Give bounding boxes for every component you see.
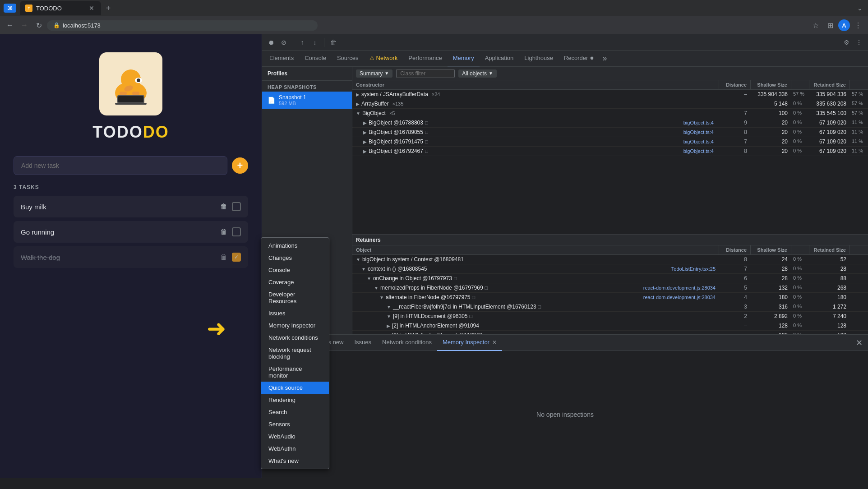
active-tab[interactable]: T TODODO ✕ [20, 1, 101, 15]
bookmark-icon[interactable]: ☆ [809, 19, 822, 32]
dropdown-item-network-request-blocking[interactable]: Network request blocking [261, 344, 329, 363]
tab-elements[interactable]: Elements [264, 51, 299, 67]
clear-icon[interactable]: ⊘ [278, 37, 289, 48]
snapshot-file-icon: 📄 [268, 97, 275, 104]
tab-performance[interactable]: Performance [403, 51, 447, 67]
distance-cell: – [719, 99, 751, 108]
forward-button[interactable]: → [18, 19, 31, 32]
link-alternate[interactable]: react-dom.development.js:28034 [643, 295, 716, 300]
retainer-row[interactable]: ▼bigObject in system / Context @16809481… [352, 255, 868, 264]
retainer-row[interactable]: ▼memoizedProps in FiberNode @16797969□re… [352, 283, 868, 293]
settings-icon[interactable]: ⚙ [841, 37, 852, 48]
dropdown-item-webaudio[interactable]: WebAudio [261, 430, 329, 443]
reload-button[interactable]: ↻ [32, 19, 45, 32]
checkbox-gorunning[interactable] [232, 227, 241, 236]
tab-close-icon[interactable]: ✕ [88, 4, 96, 12]
objects-dropdown[interactable]: All objects ▼ [458, 69, 497, 78]
link-bigobject4[interactable]: bigObject.ts:4 [683, 148, 714, 154]
record-icon[interactable]: ⏺ [266, 37, 277, 48]
download-icon[interactable]: ↓ [309, 37, 320, 48]
new-tab-button[interactable]: + [103, 3, 114, 14]
dropdown-item-performance-monitor[interactable]: Performance monitor [261, 363, 329, 382]
dropdown-item-issues[interactable]: Issues [261, 307, 329, 319]
tab-right-minimize[interactable]: ⌄ [855, 5, 864, 12]
title-todo: TODO [92, 123, 143, 141]
checkbox-walkdog[interactable]: ✓ [232, 253, 241, 262]
dropdown-item-rendering[interactable]: Rendering [261, 394, 329, 406]
retained-cell: 335 545 100 [809, 109, 850, 118]
upload-icon[interactable]: ↑ [297, 37, 308, 48]
memory-inspector-tab-label: Memory Inspector [443, 339, 489, 346]
dropdown-item-coverage[interactable]: Coverage [261, 276, 329, 288]
tab-recorder[interactable]: Recorder ⏺ [559, 51, 600, 67]
constructor-cell: ▶BigObject @16789055 □bigObject.ts:4 [352, 128, 719, 137]
dropdown-item-developer-resources[interactable]: Developer Resources [261, 288, 329, 307]
dropdown-item-search[interactable]: Search [261, 406, 329, 418]
dropdown-item-sensors[interactable]: Sensors [261, 418, 329, 430]
retainer-row[interactable]: ▶[2] in HTMLAnchorElement @91094 – 128 0… [352, 321, 868, 331]
back-button[interactable]: ← [4, 19, 16, 32]
retainer-row[interactable]: ▶[2] in HTMLAnchorElement @112242 – 128 … [352, 331, 868, 334]
link-context[interactable]: TodoListEntry.tsx:25 [671, 266, 716, 272]
table-row[interactable]: ▶BigObject @16792467 □bigObject.ts:4 8 2… [352, 147, 868, 156]
add-task-button[interactable]: + [232, 157, 248, 174]
table-row[interactable]: ▶BigObject @16791475 □bigObject.ts:4 7 2… [352, 137, 868, 147]
extensions-icon[interactable]: ⊞ [824, 19, 836, 32]
dropdown-item-memory-inspector[interactable]: Memory Inspector [261, 319, 329, 332]
dropdown-item-console[interactable]: Console [261, 264, 329, 276]
retainer-row[interactable]: ▼onChange in Object @16797973□ 6 28 0 % … [352, 274, 868, 283]
retainer-row[interactable]: ▼context in () @16808545TodoListEntry.ts… [352, 264, 868, 274]
close-memory-inspector-icon[interactable]: ✕ [492, 339, 497, 346]
dropdown-item-changes[interactable]: Changes [261, 252, 329, 264]
dropdown-item-webauthn[interactable]: WebAuthn [261, 443, 329, 455]
bottom-tab-network-conditions[interactable]: Network conditions [377, 335, 437, 351]
constructor-cell: ▶BigObject @16791475 □bigObject.ts:4 [352, 137, 719, 146]
link-bigobject2[interactable]: bigObject.ts:4 [683, 129, 714, 135]
arrow-icon: ➜ [207, 317, 226, 340]
retainer-row[interactable]: ▼alternate in FiberNode @16797975□react-… [352, 293, 868, 302]
more-tabs-icon[interactable]: » [600, 54, 609, 63]
task-item-gorunning: Go running 🗑 [14, 221, 248, 243]
dt-more-icon[interactable]: ⋮ [854, 37, 864, 48]
snapshot1-item[interactable]: 📄 Snapshot 1 592 MB [262, 92, 352, 109]
tab-sources[interactable]: Sources [332, 51, 364, 67]
table-row[interactable]: ▶BigObject @16789055 □bigObject.ts:4 8 2… [352, 128, 868, 137]
summary-dropdown[interactable]: Summary ▼ [356, 69, 392, 78]
bottom-tabs-bar: ⋮ Console What's new Issues Network cond… [262, 335, 868, 351]
task-item-walkdog: Walk the dog 🗑 ✓ [14, 246, 248, 268]
summary-bar: Summary ▼ All objects ▼ [352, 67, 868, 80]
delete-walkdog-icon[interactable]: 🗑 [220, 253, 227, 261]
table-row[interactable]: ▼BigObject×5 7 100 0 % 335 545 100 57 % [352, 109, 868, 118]
delete-buymilk-icon[interactable]: 🗑 [220, 203, 227, 211]
dropdown-item-quick-source[interactable]: Quick source [261, 382, 329, 394]
link-bigobject1[interactable]: bigObject.ts:4 [683, 120, 714, 125]
bottom-tab-memory-inspector[interactable]: Memory Inspector ✕ [437, 335, 502, 351]
tab-network[interactable]: ⚠Network [364, 51, 403, 67]
dropdown-item-whats-new[interactable]: What's new [261, 455, 329, 467]
browser-menu-icon[interactable]: ⋮ [852, 19, 864, 32]
col-retained-pct [850, 80, 868, 89]
delete-icon[interactable]: 🗑 [328, 37, 339, 48]
link-memoized[interactable]: react-dom.development.js:28034 [643, 285, 716, 291]
checkbox-buymilk[interactable] [232, 202, 241, 211]
retainer-row[interactable]: ▼__reactFiber$wjfolh9j7ci in HTMLInputEl… [352, 302, 868, 312]
table-row[interactable]: ▶ArrayBuffer×135 – 5 148 0 % 335 630 208… [352, 99, 868, 109]
table-row[interactable]: ▶system / JSArrayBufferData×24 – 335 904… [352, 90, 868, 99]
dropdown-item-animations[interactable]: Animations [261, 240, 329, 252]
tab-console[interactable]: Console [299, 51, 332, 67]
link-bigobject3[interactable]: bigObject.ts:4 [683, 139, 714, 144]
tab-memory[interactable]: Memory [448, 51, 480, 67]
distance-cell: 8 [719, 147, 751, 156]
tab-lighthouse[interactable]: Lighthouse [519, 51, 559, 67]
bottom-tab-issues[interactable]: Issues [349, 335, 377, 351]
close-bottom-panel-icon[interactable]: ✕ [852, 335, 866, 351]
dropdown-item-network-conditions[interactable]: Network conditions [261, 332, 329, 344]
browser-profile-avatar[interactable]: A [838, 19, 850, 31]
class-filter-input[interactable] [396, 69, 455, 78]
retainer-row[interactable]: ▼[9] in HTMLDocument @96305□ 2 2 892 0 %… [352, 312, 868, 321]
tab-application[interactable]: Application [480, 51, 519, 67]
delete-gorunning-icon[interactable]: 🗑 [220, 228, 227, 236]
address-bar[interactable]: 🔒 localhost:5173 [47, 20, 318, 31]
task-input[interactable] [14, 156, 227, 175]
table-row[interactable]: ▶BigObject @16788803 □bigObject.ts:4 9 2… [352, 118, 868, 128]
